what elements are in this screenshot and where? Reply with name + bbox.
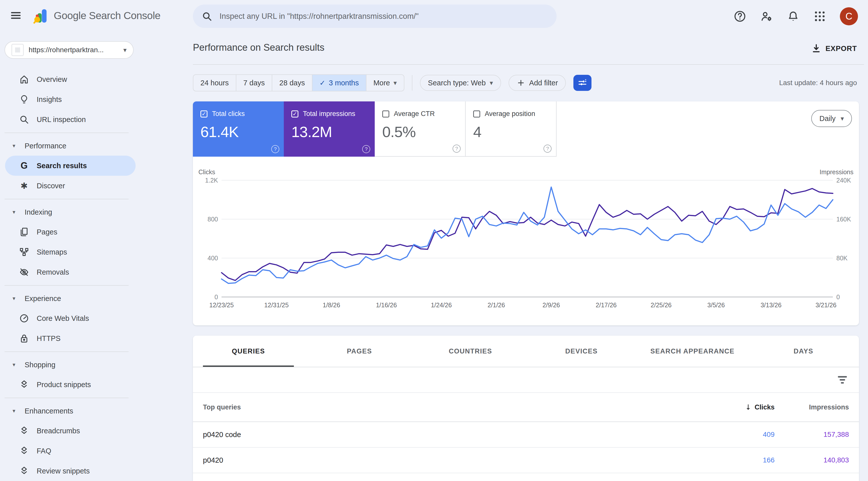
sidebar-item-https[interactable]: HTTPS [0,328,141,348]
filter-tune-button[interactable] [574,75,591,91]
page-title: Performance on Search results [193,42,324,53]
apps-grid-icon[interactable] [813,10,826,23]
metric-label: Total impressions [303,110,355,118]
table-row[interactable]: p0420 code409157,388 [193,422,859,448]
notifications-icon[interactable] [786,10,800,23]
add-filter-button[interactable]: Add filter [508,75,566,91]
svg-text:2/17/26: 2/17/26 [596,301,617,309]
export-label: EXPORT [826,44,857,53]
clicks-header[interactable]: Clicks [744,404,775,411]
export-button[interactable]: EXPORT [811,43,857,54]
sidebar-item-breadcrumbs[interactable]: Breadcrumbs [0,421,141,441]
tab-countries[interactable]: COUNTRIES [415,335,526,367]
table-row[interactable]: how much does it cost to rebuild a trans… [193,473,859,481]
tab-devices[interactable]: DEVICES [526,335,637,367]
interval-dropdown[interactable]: Daily ▾ [811,110,852,127]
sidebar-item-insights[interactable]: Insights [0,89,141,109]
metric-card-average-position[interactable]: Average position4? [466,101,557,157]
sitemap-icon [18,246,30,258]
schema-icon [18,379,30,391]
tab-search-appearance[interactable]: SEARCH APPEARANCE [637,335,748,367]
sidebar-item-overview[interactable]: Overview [0,69,141,89]
table-row[interactable]: p0420166140,803 [193,448,859,473]
sidebar-section-performance[interactable]: ▾Performance [0,136,141,156]
sidebar-item-removals[interactable]: Removals [0,262,141,282]
metric-value: 61.4K [200,123,276,140]
date-chip-24-hours[interactable]: 24 hours [193,75,236,91]
filter-divider [412,75,412,91]
sidebar-section-enhancements[interactable]: ▾Enhancements [0,401,141,421]
search-console-app: Google Search Console [0,0,868,481]
sidebar-item-product-snippets[interactable]: Product snippets [0,375,141,395]
main-menu-icon[interactable] [11,10,22,22]
property-selector[interactable]: https://rohnertparktran... ▾ [4,41,134,59]
sidebar-item-search-results[interactable]: GSearch results [5,156,135,176]
search-type-label: Search type: Web [428,79,486,87]
account-avatar[interactable]: C [840,7,858,25]
sidebar-item-review-snippets[interactable]: Review snippets [0,461,141,481]
date-chip-7-days[interactable]: 7 days [236,75,272,91]
chevron-down-icon: ▾ [123,46,127,54]
manage-users-icon[interactable] [760,10,773,23]
metric-help-icon[interactable]: ? [453,145,461,153]
metric-checkbox[interactable]: ✓ [200,110,208,118]
svg-text:0: 0 [215,293,218,300]
performance-chart[interactable]: ClicksImpressions0040080K800160K1.2K240K… [193,166,859,312]
svg-text:2/25/26: 2/25/26 [651,301,672,309]
sidebar-divider [4,133,129,133]
metric-help-icon[interactable]: ? [271,145,279,153]
pages-icon [18,226,30,238]
tab-days[interactable]: DAYS [748,335,859,367]
filter-bar: 24 hours7 days28 days✓3 monthsMore▾ Sear… [193,75,591,91]
schema-icon [18,445,30,457]
section-collapse-icon: ▾ [12,142,20,149]
tab-pages[interactable]: PAGES [304,335,415,367]
search-icon [18,114,30,126]
svg-text:240K: 240K [836,177,851,184]
svg-text:1/16/26: 1/16/26 [376,301,397,309]
url-inspect-searchbar[interactable] [193,4,557,28]
url-inspect-input[interactable] [219,11,548,21]
sidebar-item-faq[interactable]: FAQ [0,441,141,461]
interval-label: Daily [819,115,835,123]
sidebar-section-experience[interactable]: ▾Experience [0,289,141,308]
app-logo[interactable]: Google Search Console [33,7,160,24]
asterisk-icon: ✱ [18,180,30,192]
sidebar-item-discover[interactable]: ✱Discover [0,176,141,196]
sidebar-section-indexing[interactable]: ▾Indexing [0,202,141,222]
property-favicon [11,44,24,56]
sidebar-divider [4,199,129,199]
metric-card-average-ctr[interactable]: Average CTR0.5%? [375,101,466,157]
sidebar-item-url-inspection[interactable]: URL inspection [0,109,141,130]
chevron-down-icon: ▾ [490,79,493,87]
svg-text:3/21/26: 3/21/26 [815,301,836,309]
g-icon: G [18,160,30,172]
sidebar-section-shopping[interactable]: ▾Shopping [0,355,141,375]
date-chip-more[interactable]: More▾ [366,75,404,91]
tab-queries[interactable]: QUERIES [193,335,304,367]
date-chip-28-days[interactable]: 28 days [272,75,312,91]
sidebar-item-pages[interactable]: Pages [0,222,141,242]
metric-checkbox[interactable] [473,110,480,118]
help-icon[interactable] [733,10,746,23]
impressions-header[interactable]: Impressions [809,404,849,411]
svg-text:Impressions: Impressions [819,168,854,175]
sidebar-item-sitemaps[interactable]: Sitemaps [0,242,141,262]
search-type-chip[interactable]: Search type: Web ▾ [420,75,501,91]
table-filter-icon[interactable] [836,374,848,386]
svg-text:2/1/26: 2/1/26 [488,301,505,309]
sidebar-nav: https://rohnertparktran... ▾ OverviewIns… [0,33,141,481]
table-filter-row [193,367,859,392]
section-collapse-icon: ▾ [12,408,20,414]
date-chip-3-months[interactable]: ✓3 months [312,75,366,91]
metric-card-total-impressions[interactable]: ✓Total impressions13.2M? [284,101,375,157]
metric-help-icon[interactable]: ? [544,145,552,153]
metric-checkbox[interactable] [382,110,389,118]
metric-help-icon[interactable]: ? [362,145,370,153]
metric-card-total-clicks[interactable]: ✓Total clicks61.4K? [193,101,284,157]
plus-icon [517,78,525,87]
sidebar-item-core-web-vitals[interactable]: Core Web Vitals [0,308,141,328]
top-queries-header[interactable]: Top queries [193,404,241,411]
metric-checkbox[interactable]: ✓ [291,110,299,118]
svg-text:3/13/26: 3/13/26 [761,301,781,309]
